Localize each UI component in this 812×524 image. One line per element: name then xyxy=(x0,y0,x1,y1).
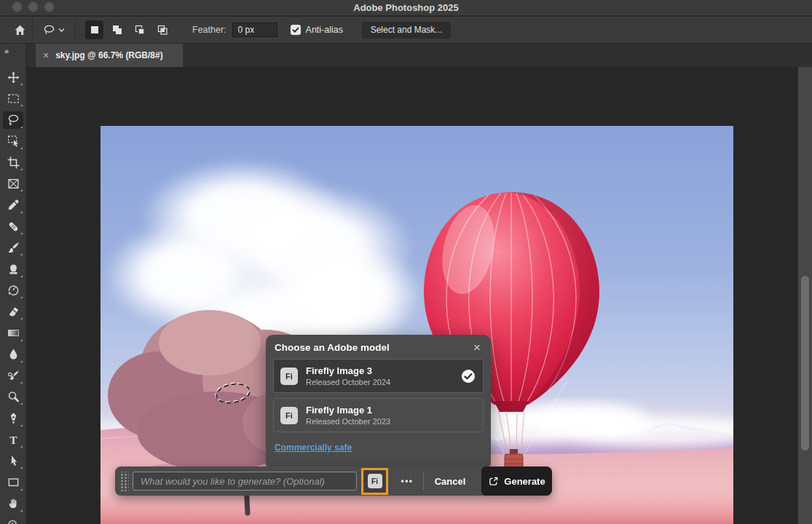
crop-tool[interactable] xyxy=(3,154,23,171)
dodge-tool-icon xyxy=(7,391,20,403)
generate-icon xyxy=(488,476,499,487)
tool-list: T xyxy=(0,68,26,524)
drag-handle[interactable] xyxy=(119,472,129,491)
model-release-date: Released October 2024 xyxy=(306,377,453,387)
history-brush-tool[interactable] xyxy=(3,282,23,299)
add-to-selection-button[interactable] xyxy=(108,20,126,39)
intersect-selection-button[interactable] xyxy=(153,20,171,39)
generate-prompt-input[interactable] xyxy=(133,472,357,491)
blur-tool-icon xyxy=(7,348,20,360)
path-selection-tool-icon xyxy=(7,455,20,467)
add-to-selection-icon xyxy=(111,24,123,36)
choose-model-dialog: Choose an Adobe model × FiFirefly Image … xyxy=(266,335,491,467)
generate-button[interactable]: Generate xyxy=(481,467,552,496)
path-selection-tool[interactable] xyxy=(3,452,23,469)
chevron-down-icon xyxy=(58,28,65,33)
commercially-safe-link[interactable]: Commercially safe xyxy=(275,442,352,453)
contextual-task-bar: Fi ••• Cancel Generate xyxy=(115,467,552,496)
lasso-tool[interactable] xyxy=(3,111,23,129)
dialog-title: Choose an Adobe model xyxy=(275,342,390,353)
tab-close-icon[interactable]: × xyxy=(43,50,49,60)
model-name: Firefly Image 3 xyxy=(306,365,453,377)
eyedropper-tool[interactable] xyxy=(3,196,23,214)
subtract-from-selection-icon xyxy=(134,24,146,36)
new-selection-button[interactable] xyxy=(85,20,103,39)
marquee-tool-icon xyxy=(7,92,20,105)
tools-panel: » T xyxy=(0,44,26,524)
move-tool[interactable] xyxy=(3,68,23,86)
vertical-scrollbar-track[interactable] xyxy=(798,67,812,524)
photoshop-window: Adobe Photoshop 2025 xyxy=(0,0,812,524)
blur-tool[interactable] xyxy=(3,346,23,363)
subtract-from-selection-button[interactable] xyxy=(130,20,149,39)
type-tool[interactable]: T xyxy=(3,431,23,448)
firefly-icon: Fi xyxy=(368,474,382,488)
tab-title: sky.jpg @ 66.7% (RGB/8#) xyxy=(55,50,163,60)
generate-label: Generate xyxy=(504,476,545,487)
tool-options-bar: Feather: Anti-alias Select and Mask... xyxy=(0,17,812,44)
lasso-tool-icon xyxy=(7,114,20,126)
hand-tool[interactable] xyxy=(3,495,23,512)
new-selection-icon xyxy=(89,24,100,36)
eraser-tool[interactable] xyxy=(3,303,23,320)
document-tab[interactable]: × sky.jpg @ 66.7% (RGB/8#) xyxy=(36,44,183,67)
move-tool-icon xyxy=(7,71,20,84)
dialog-header: Choose an Adobe model × xyxy=(266,335,491,359)
type-tool-icon: T xyxy=(7,434,20,446)
divider xyxy=(75,20,76,39)
pen-tool[interactable] xyxy=(3,410,23,427)
tool-preset-dropdown[interactable] xyxy=(37,20,71,39)
select-and-mask-button[interactable]: Select and Mask... xyxy=(362,22,451,39)
firefly-icon: Fi xyxy=(280,368,298,385)
document-tab-bar: × sky.jpg @ 66.7% (RGB/8#) xyxy=(27,44,812,67)
feather-input[interactable] xyxy=(232,23,277,37)
window-title: Adobe Photoshop 2025 xyxy=(0,0,812,15)
zoom-tool-icon xyxy=(7,519,20,524)
dialog-close-icon[interactable]: × xyxy=(473,342,481,353)
mixer-brush-tool[interactable] xyxy=(3,367,23,384)
more-options-button[interactable]: ••• xyxy=(394,476,420,486)
object-selection-tool[interactable] xyxy=(3,132,23,150)
antialias-label: Anti-alias xyxy=(306,25,343,35)
crop-tool-icon xyxy=(7,156,20,169)
feather-label: Feather: xyxy=(192,25,226,35)
gradient-tool[interactable] xyxy=(3,325,23,342)
clone-stamp-tool-icon xyxy=(7,263,20,275)
healing-brush-tool[interactable] xyxy=(3,218,23,235)
pen-tool-icon xyxy=(7,412,20,424)
zoom-tool[interactable] xyxy=(3,516,23,524)
expand-panel-chevrons[interactable]: » xyxy=(4,47,8,55)
mixer-brush-tool-icon xyxy=(7,370,20,382)
home-button[interactable] xyxy=(7,20,32,39)
brush-tool-icon xyxy=(7,242,20,254)
title-bar: Adobe Photoshop 2025 xyxy=(0,0,812,16)
divider xyxy=(423,472,424,490)
model-name: Firefly Image 1 xyxy=(306,405,476,416)
history-brush-tool-icon xyxy=(7,284,20,296)
intersect-selection-icon xyxy=(157,24,168,36)
healing-brush-tool-icon xyxy=(7,221,20,233)
home-icon xyxy=(14,24,26,36)
cancel-button[interactable]: Cancel xyxy=(433,476,468,487)
frame-tool[interactable] xyxy=(3,175,23,192)
vertical-scrollbar-thumb[interactable] xyxy=(801,276,809,450)
marquee-tool[interactable] xyxy=(3,90,23,107)
brush-tool[interactable] xyxy=(3,239,23,256)
model-release-date: Released October 2023 xyxy=(306,416,476,426)
antialias-control: Anti-alias xyxy=(291,25,343,35)
eyedropper-tool-icon xyxy=(7,199,20,211)
hand-tool-icon xyxy=(7,497,20,509)
firefly-model-button[interactable]: Fi xyxy=(364,470,386,492)
rectangle-tool[interactable] xyxy=(3,474,23,491)
dodge-tool[interactable] xyxy=(3,388,23,405)
eraser-tool-icon xyxy=(7,306,20,318)
checkbox-checked-icon[interactable] xyxy=(291,25,301,35)
rectangle-tool-icon xyxy=(7,476,20,488)
model-option-firefly-image-1[interactable]: FiFirefly Image 1Released October 2023 xyxy=(273,398,484,432)
model-option-firefly-image-3[interactable]: FiFirefly Image 3Released October 2024 xyxy=(273,359,484,393)
selected-check-icon xyxy=(461,369,476,384)
selection-mode-group xyxy=(83,20,173,39)
firefly-icon: Fi xyxy=(280,407,298,424)
clone-stamp-tool[interactable] xyxy=(3,261,23,278)
divider xyxy=(32,20,33,39)
